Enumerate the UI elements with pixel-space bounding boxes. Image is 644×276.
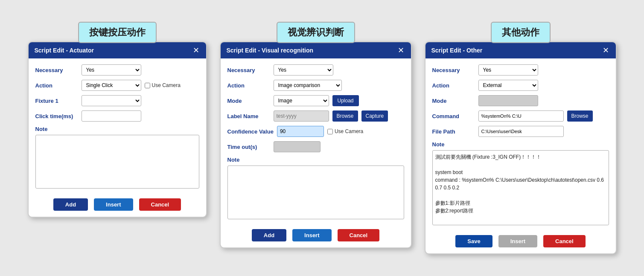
- necessary-label-actuator: Necessary: [35, 67, 78, 73]
- note-label-actuator: Note: [35, 126, 199, 132]
- note-label-visual: Note: [227, 157, 404, 163]
- timeout-row-visual: Time out(s): [227, 141, 404, 152]
- page-container: 按键按压动作 Script Edit - Actuator ✕ Necessar…: [9, 22, 635, 254]
- mode-input-other: [478, 95, 538, 106]
- labelname-row-visual: Label Name Browse Capture: [227, 110, 404, 122]
- command-row-other: Command Browse: [432, 110, 609, 122]
- dialog-footer-visual: Add Insert Cancel: [221, 225, 411, 247]
- clicktime-label-actuator: Click time(ms): [35, 113, 78, 119]
- fixture-row-actuator: Fixture 1: [35, 95, 199, 106]
- necessary-row-other: Necessary Yes: [432, 64, 609, 76]
- necessary-label-other: Necessary: [432, 67, 475, 73]
- action-select-actuator[interactable]: Single Click: [82, 80, 141, 91]
- use-camera-checkbox-actuator[interactable]: [145, 83, 150, 88]
- dialog-footer-other: Save Insert Cancel: [425, 231, 616, 253]
- action-label-visual: Action: [227, 82, 270, 89]
- necessary-row-visual: Necessary Yes: [227, 64, 404, 76]
- clicktime-row-actuator: Click time(ms): [35, 110, 199, 122]
- panel-visual: 视觉辨识判断 Script Edit - Visual recognition …: [220, 22, 412, 248]
- save-button-other[interactable]: Save: [455, 235, 492, 247]
- clicktime-input-actuator[interactable]: [82, 110, 141, 122]
- panel-label-other: 其他动作: [491, 22, 551, 43]
- dialog-header-other: Script Edit - Other ✕: [425, 42, 616, 58]
- action-row-actuator: Action Single Click Use Camera: [35, 80, 199, 91]
- dialog-footer-actuator: Add Insert Cancel: [29, 194, 206, 217]
- fixture-label-actuator: Fixture 1: [35, 98, 78, 104]
- mode-label-visual: Mode: [227, 98, 270, 104]
- timeout-input-visual[interactable]: [274, 141, 321, 152]
- note-section-visual: Note: [227, 157, 404, 221]
- dialog-header-visual: Script Edit - Visual recognition ✕: [221, 42, 411, 58]
- filepath-input-other[interactable]: [478, 126, 564, 137]
- confidence-input-visual[interactable]: [277, 126, 324, 137]
- command-input-other[interactable]: [478, 110, 564, 122]
- dialog-title-visual: Script Edit - Visual recognition: [227, 47, 314, 54]
- capture-button-visual[interactable]: Capture: [361, 110, 388, 122]
- dialog-title-other: Script Edit - Other: [431, 47, 483, 54]
- panel-label-visual: 视觉辨识判断: [277, 22, 355, 43]
- action-label-other: Action: [432, 82, 475, 89]
- close-button-visual[interactable]: ✕: [397, 46, 405, 54]
- panel-actuator: 按键按压动作 Script Edit - Actuator ✕ Necessar…: [28, 22, 207, 218]
- action-label-actuator: Action: [35, 82, 78, 89]
- note-textarea-other[interactable]: 測試前要先關機 (Fixture :3_IGN OFF)！！！！ system …: [432, 150, 609, 225]
- action-row-other: Action External: [432, 80, 609, 91]
- note-textarea-actuator[interactable]: [35, 135, 199, 189]
- close-button-actuator[interactable]: ✕: [192, 46, 200, 54]
- timeout-label-visual: Time out(s): [227, 144, 270, 150]
- fixture-select-actuator[interactable]: [82, 95, 141, 106]
- add-button-visual[interactable]: Add: [252, 229, 286, 241]
- insert-button-actuator[interactable]: Insert: [94, 198, 133, 211]
- mode-select-visual[interactable]: Image: [274, 95, 329, 106]
- insert-button-visual[interactable]: Insert: [292, 229, 331, 241]
- use-camera-checkbox-visual[interactable]: [327, 129, 333, 134]
- necessary-select-actuator[interactable]: Yes: [82, 64, 141, 76]
- cancel-button-visual[interactable]: Cancel: [338, 229, 380, 241]
- insert-button-other[interactable]: Insert: [498, 235, 537, 247]
- command-label-other: Command: [432, 113, 475, 119]
- necessary-row-actuator: Necessary Yes: [35, 64, 199, 76]
- note-label-other: Note: [432, 141, 609, 148]
- note-section-actuator: Note: [35, 126, 199, 190]
- use-camera-label-visual: Use Camera: [327, 128, 363, 134]
- dialog-body-visual: Necessary Yes Action Image comparison Mo…: [221, 58, 411, 225]
- panel-other: 其他动作 Script Edit - Other ✕ Necessary Yes…: [425, 22, 617, 254]
- dialog-title-actuator: Script Edit - Actuator: [35, 47, 94, 54]
- mode-row-visual: Mode Image Upload: [227, 95, 404, 106]
- dialog-body-other: Necessary Yes Action External Mode Co: [425, 58, 616, 231]
- upload-button-visual[interactable]: Upload: [332, 95, 359, 106]
- confidence-label-visual: Confidence Value: [227, 128, 274, 135]
- filepath-row-other: File Path: [432, 126, 609, 137]
- dialog-body-actuator: Necessary Yes Action Single Click Use Ca…: [29, 58, 206, 194]
- action-select-other[interactable]: External: [478, 80, 538, 91]
- note-textarea-visual[interactable]: [227, 166, 404, 219]
- labelname-label-visual: Label Name: [227, 113, 270, 119]
- browse-command-button-other[interactable]: Browse: [567, 110, 593, 122]
- action-row-visual: Action Image comparison: [227, 80, 404, 91]
- panel-label-actuator: 按键按压动作: [78, 22, 157, 43]
- labelname-input-visual[interactable]: [274, 110, 329, 122]
- mode-row-other: Mode: [432, 95, 609, 106]
- mode-label-other: Mode: [432, 98, 475, 104]
- browse-button-visual[interactable]: Browse: [332, 110, 358, 122]
- use-camera-label-actuator: Use Camera: [145, 82, 181, 88]
- dialog-visual: Script Edit - Visual recognition ✕ Neces…: [220, 41, 412, 248]
- action-select-visual[interactable]: Image comparison: [274, 80, 342, 91]
- dialog-actuator: Script Edit - Actuator ✕ Necessary Yes A…: [28, 41, 207, 218]
- confidence-row-visual: Confidence Value Use Camera: [227, 126, 404, 137]
- note-section-other: Note 測試前要先關機 (Fixture :3_IGN OFF)！！！！ sy…: [432, 141, 609, 227]
- add-button-actuator[interactable]: Add: [53, 198, 88, 211]
- necessary-select-other[interactable]: Yes: [478, 64, 538, 76]
- dialog-other: Script Edit - Other ✕ Necessary Yes Acti…: [425, 41, 617, 254]
- filepath-label-other: File Path: [432, 128, 475, 135]
- cancel-button-other[interactable]: Cancel: [543, 235, 586, 247]
- necessary-select-visual[interactable]: Yes: [274, 64, 333, 76]
- cancel-button-actuator[interactable]: Cancel: [139, 198, 181, 211]
- close-button-other[interactable]: ✕: [602, 46, 610, 54]
- necessary-label-visual: Necessary: [227, 67, 270, 73]
- dialog-header-actuator: Script Edit - Actuator ✕: [29, 42, 206, 58]
